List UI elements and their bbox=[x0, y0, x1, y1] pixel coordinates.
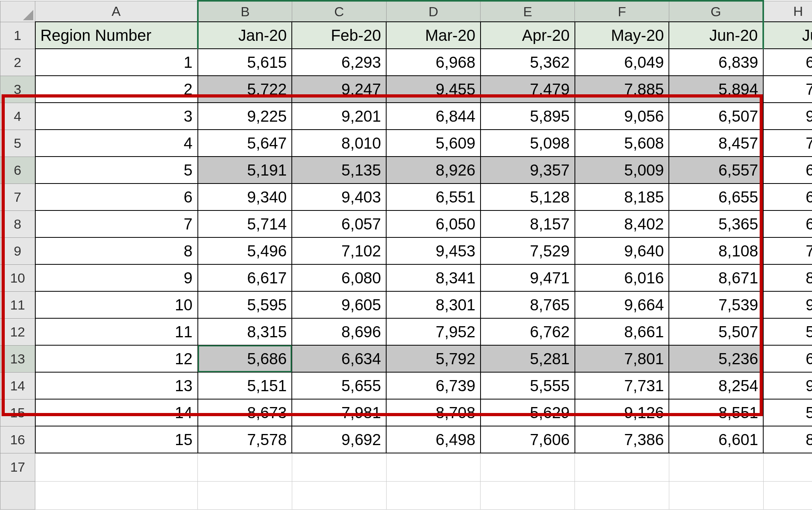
cell-G16[interactable]: 6,601 bbox=[669, 426, 763, 453]
cell-G7[interactable]: 6,655 bbox=[669, 184, 763, 210]
cell-H3[interactable]: 7,2 bbox=[763, 76, 812, 103]
cell-G10[interactable]: 8,671 bbox=[669, 264, 763, 291]
row-header-2[interactable]: 2 bbox=[0, 49, 35, 76]
cell-B9[interactable]: 5,496 bbox=[198, 237, 292, 264]
row-header-18[interactable] bbox=[0, 482, 35, 510]
cell-D8[interactable]: 6,050 bbox=[386, 210, 481, 237]
row-header-11[interactable]: 11 bbox=[0, 291, 35, 318]
cell-G17[interactable] bbox=[669, 453, 763, 482]
cell-B2[interactable]: 5,615 bbox=[198, 49, 292, 76]
row-header-10[interactable]: 10 bbox=[0, 264, 35, 291]
cell-C16[interactable]: 9,692 bbox=[292, 426, 386, 453]
cell-E7[interactable]: 5,128 bbox=[481, 184, 575, 210]
cell-F18[interactable] bbox=[575, 482, 669, 510]
cell-C18[interactable] bbox=[292, 482, 386, 510]
cell-C3[interactable]: 9,247 bbox=[292, 76, 386, 103]
cell-E17[interactable] bbox=[481, 453, 575, 482]
cell-B16[interactable]: 7,578 bbox=[198, 426, 292, 453]
row-header-16[interactable]: 16 bbox=[0, 426, 35, 453]
cell-E18[interactable] bbox=[481, 482, 575, 510]
header-apr[interactable]: Apr-20 bbox=[481, 22, 575, 49]
header-jun[interactable]: Jun-20 bbox=[669, 22, 763, 49]
cell-C12[interactable]: 8,696 bbox=[292, 318, 386, 345]
cell-H16[interactable]: 8,0 bbox=[763, 426, 812, 453]
cell-A9[interactable]: 8 bbox=[35, 237, 198, 264]
cell-B6[interactable]: 5,191 bbox=[198, 157, 292, 184]
cell-A2[interactable]: 1 bbox=[35, 49, 198, 76]
row-header-3[interactable]: 3 bbox=[0, 76, 35, 103]
cell-D18[interactable] bbox=[386, 482, 481, 510]
cell-H10[interactable]: 8,9 bbox=[763, 264, 812, 291]
cell-E14[interactable]: 5,555 bbox=[481, 372, 575, 399]
cell-H11[interactable]: 9,0 bbox=[763, 291, 812, 318]
cell-C4[interactable]: 9,201 bbox=[292, 103, 386, 130]
cell-A15[interactable]: 14 bbox=[35, 399, 198, 426]
cell-B15[interactable]: 8,673 bbox=[198, 399, 292, 426]
cell-C17[interactable] bbox=[292, 453, 386, 482]
cell-H9[interactable]: 7,5 bbox=[763, 237, 812, 264]
cell-H14[interactable]: 9,7 bbox=[763, 372, 812, 399]
cell-C14[interactable]: 5,655 bbox=[292, 372, 386, 399]
cell-D16[interactable]: 6,498 bbox=[386, 426, 481, 453]
cell-H12[interactable]: 5,6 bbox=[763, 318, 812, 345]
cell-B13[interactable]: 5,686 bbox=[198, 345, 292, 372]
cell-G11[interactable]: 7,539 bbox=[669, 291, 763, 318]
cell-F17[interactable] bbox=[575, 453, 669, 482]
cell-G8[interactable]: 5,365 bbox=[669, 210, 763, 237]
cell-D17[interactable] bbox=[386, 453, 481, 482]
cell-C7[interactable]: 9,403 bbox=[292, 184, 386, 210]
cell-B10[interactable]: 6,617 bbox=[198, 264, 292, 291]
cell-F4[interactable]: 9,056 bbox=[575, 103, 669, 130]
cell-F3[interactable]: 7,885 bbox=[575, 76, 669, 103]
cell-E11[interactable]: 8,765 bbox=[481, 291, 575, 318]
cell-B11[interactable]: 5,595 bbox=[198, 291, 292, 318]
col-header-C[interactable]: C bbox=[292, 1, 386, 22]
cell-D2[interactable]: 6,968 bbox=[386, 49, 481, 76]
cell-F13[interactable]: 7,801 bbox=[575, 345, 669, 372]
cell-H13[interactable]: 6,0 bbox=[763, 345, 812, 372]
cell-D10[interactable]: 8,341 bbox=[386, 264, 481, 291]
cell-C15[interactable]: 7,981 bbox=[292, 399, 386, 426]
cell-E3[interactable]: 7,479 bbox=[481, 76, 575, 103]
cell-G3[interactable]: 5,894 bbox=[669, 76, 763, 103]
col-header-F[interactable]: F bbox=[575, 1, 669, 22]
cell-H7[interactable]: 6,0 bbox=[763, 184, 812, 210]
cell-C11[interactable]: 9,605 bbox=[292, 291, 386, 318]
cell-E12[interactable]: 6,762 bbox=[481, 318, 575, 345]
cell-E5[interactable]: 5,098 bbox=[481, 130, 575, 157]
cell-H6[interactable]: 6,9 bbox=[763, 157, 812, 184]
cell-F14[interactable]: 7,731 bbox=[575, 372, 669, 399]
cell-D5[interactable]: 5,609 bbox=[386, 130, 481, 157]
cell-D4[interactable]: 6,844 bbox=[386, 103, 481, 130]
cell-H2[interactable]: 6,1 bbox=[763, 49, 812, 76]
cell-B17[interactable] bbox=[198, 453, 292, 482]
cell-E13[interactable]: 5,281 bbox=[481, 345, 575, 372]
cell-A13[interactable]: 12 bbox=[35, 345, 198, 372]
cell-E16[interactable]: 7,606 bbox=[481, 426, 575, 453]
cell-C13[interactable]: 6,634 bbox=[292, 345, 386, 372]
row-header-8[interactable]: 8 bbox=[0, 210, 35, 237]
cell-C9[interactable]: 7,102 bbox=[292, 237, 386, 264]
cell-B3[interactable]: 5,722 bbox=[198, 76, 292, 103]
cell-E6[interactable]: 9,357 bbox=[481, 157, 575, 184]
header-jan[interactable]: Jan-20 bbox=[198, 22, 292, 49]
cell-H5[interactable]: 7,3 bbox=[763, 130, 812, 157]
cell-F10[interactable]: 6,016 bbox=[575, 264, 669, 291]
cell-E8[interactable]: 8,157 bbox=[481, 210, 575, 237]
row-header-7[interactable]: 7 bbox=[0, 184, 35, 210]
header-jul[interactable]: Jul- bbox=[763, 22, 812, 49]
header-region-number[interactable]: Region Number bbox=[35, 22, 198, 49]
cell-A17[interactable] bbox=[35, 453, 198, 482]
row-header-17[interactable]: 17 bbox=[0, 453, 35, 482]
cell-F11[interactable]: 9,664 bbox=[575, 291, 669, 318]
cell-D14[interactable]: 6,739 bbox=[386, 372, 481, 399]
row-header-13[interactable]: 13 bbox=[0, 345, 35, 372]
cell-A18[interactable] bbox=[35, 482, 198, 510]
select-all-corner[interactable] bbox=[0, 1, 35, 22]
cell-C10[interactable]: 6,080 bbox=[292, 264, 386, 291]
cell-A7[interactable]: 6 bbox=[35, 184, 198, 210]
header-feb[interactable]: Feb-20 bbox=[292, 22, 386, 49]
cell-A12[interactable]: 11 bbox=[35, 318, 198, 345]
cell-H4[interactable]: 9,8 bbox=[763, 103, 812, 130]
cell-B8[interactable]: 5,714 bbox=[198, 210, 292, 237]
